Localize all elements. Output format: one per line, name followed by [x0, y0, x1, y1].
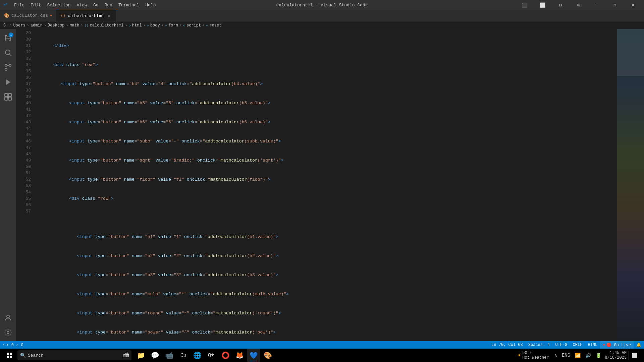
- taskbar-search-bar[interactable]: 🔍 Search 🏙: [17, 350, 131, 360]
- code-line-37: <div class="row">: [36, 195, 617, 202]
- menu-run[interactable]: Run: [102, 2, 115, 8]
- code-line-31: <input type="button" name="b4" value="4"…: [36, 81, 617, 87]
- breadcrumb-reset[interactable]: reset: [209, 23, 221, 28]
- taskbar-app-opera[interactable]: ⭕: [219, 349, 232, 362]
- tab-html-label: calculatorhtml: [68, 13, 104, 18]
- taskbar-language-indicator[interactable]: ENG: [560, 351, 572, 359]
- svg-rect-1: [6, 38, 10, 39]
- taskbar-apps: 📁 💬 📹 🗂 🌐 🛍 ⭕ 🦊 💙 🎨: [134, 349, 274, 362]
- taskbar-chevron-icon[interactable]: ∧: [553, 351, 558, 360]
- code-line-33: <input type="button" name="b6" value="6"…: [36, 119, 617, 125]
- status-eol[interactable]: CRLF: [570, 341, 585, 349]
- paint-icon: 🎨: [264, 351, 272, 360]
- activity-account[interactable]: [2, 312, 14, 324]
- weather-icon: ☀: [517, 352, 521, 359]
- code-content[interactable]: </div> <div class="row"> <input type="bu…: [36, 29, 617, 341]
- code-container[interactable]: 29 30 31 32 33 34 35 36 37 38 39 40 41 4…: [16, 29, 617, 341]
- code-line-44: <input type="button" name="power" value=…: [36, 329, 617, 336]
- breadcrumb-body[interactable]: body: [150, 23, 160, 28]
- status-language[interactable]: HTML: [585, 341, 600, 349]
- code-line-34: <input type="button" name="subb" value="…: [36, 138, 617, 144]
- close-button[interactable]: ✕: [625, 0, 641, 10]
- editor-area[interactable]: 29 30 31 32 33 34 35 36 37 38 39 40 41 4…: [16, 29, 644, 341]
- taskbar-right: ☀ 90°F Hot weather ∧ ENG 📶 🔊 🔋 1:45 AM 8…: [515, 351, 641, 360]
- status-errors: ⚡ 0 ⚠ 0: [6, 343, 23, 348]
- vscode-logo-icon: [3, 2, 9, 8]
- tab-css-label: calculator.css: [11, 13, 48, 18]
- svg-line-3: [9, 54, 11, 56]
- weather-widget[interactable]: ☀ 90°F Hot weather: [515, 351, 551, 360]
- firefox-icon: 🦊: [235, 351, 244, 360]
- wifi-icon[interactable]: 📶: [574, 351, 582, 360]
- file-explorer-icon: 📁: [137, 351, 145, 360]
- video-icon: 📹: [165, 351, 173, 360]
- tab-css[interactable]: 🎨 calculator.css ●: [0, 10, 56, 21]
- status-position-text: Ln 70, Col 63: [491, 343, 523, 347]
- status-bar-left: ⚡ ⚡ 0 ⚠ 0: [0, 341, 26, 349]
- weather-desc: Hot weather: [522, 355, 549, 360]
- minimize-button[interactable]: —: [589, 0, 604, 10]
- menu-help[interactable]: Help: [143, 2, 158, 8]
- taskbar-app-edge[interactable]: 🌐: [191, 349, 204, 362]
- battery-icon[interactable]: 🔋: [594, 351, 603, 360]
- code-line-30: <div class="row">: [36, 62, 617, 68]
- activity-run-debug[interactable]: [2, 76, 14, 88]
- activity-source-control[interactable]: [2, 61, 14, 73]
- breadcrumb-html[interactable]: html: [132, 23, 142, 28]
- menu-selection[interactable]: Selection: [44, 2, 73, 8]
- tab-html-close[interactable]: ✕: [106, 13, 112, 18]
- menu-go[interactable]: Go: [91, 2, 101, 8]
- volume-icon[interactable]: 🔊: [584, 351, 592, 360]
- breadcrumb-script[interactable]: script: [186, 23, 201, 28]
- menu-edit[interactable]: Edit: [28, 2, 44, 8]
- tab-html[interactable]: ⟨⟩ calculatorhtml ✕: [56, 10, 116, 21]
- minimap-highlight: [617, 29, 644, 76]
- windows-start-button[interactable]: [3, 349, 16, 362]
- menu-view[interactable]: View: [74, 2, 90, 8]
- customize-layout-button[interactable]: ⊞: [571, 0, 586, 10]
- taskbar-app-store[interactable]: 🛍: [205, 349, 218, 362]
- status-encoding[interactable]: UTF-8: [553, 341, 570, 349]
- main-area: 1 29 30 31: [0, 29, 644, 341]
- css-file-icon: 🎨: [4, 13, 9, 18]
- status-go-live[interactable]: ● 🔴 Go Live: [600, 341, 634, 349]
- breadcrumb-math[interactable]: math: [70, 23, 79, 28]
- status-position[interactable]: Ln 70, Col 63: [489, 341, 526, 349]
- activity-settings[interactable]: [2, 326, 14, 339]
- taskbar-app-vscode[interactable]: 💙: [247, 349, 260, 362]
- taskbar-app-paint[interactable]: 🎨: [261, 349, 274, 362]
- breadcrumb-users[interactable]: Users: [13, 23, 25, 28]
- code-line-40: <input type="button" name="b2" value="2"…: [36, 253, 617, 259]
- breadcrumb-admin[interactable]: admin: [31, 23, 43, 28]
- menu-terminal[interactable]: Terminal: [116, 2, 142, 8]
- breadcrumb-c[interactable]: C:: [3, 23, 8, 28]
- editor-layout-button[interactable]: ⊟: [553, 0, 568, 10]
- breadcrumb-desktop[interactable]: Desktop: [48, 23, 64, 28]
- restore-button[interactable]: ❐: [607, 0, 623, 10]
- svg-rect-10: [5, 94, 8, 97]
- toggle-panel-button[interactable]: ⬜: [535, 0, 550, 10]
- clock-time: 1:45 AM: [610, 351, 627, 355]
- activity-explorer[interactable]: 1: [2, 32, 14, 44]
- status-eol-text: CRLF: [573, 343, 583, 347]
- status-branch[interactable]: ⚡ ⚡ 0 ⚠ 0: [0, 341, 26, 349]
- taskbar-app-firefox[interactable]: 🦊: [233, 349, 246, 362]
- go-live-icon: ●: [603, 343, 605, 347]
- status-bar-right: Ln 70, Col 63 Spaces: 4 UTF-8 CRLF HTML …: [489, 341, 644, 349]
- breadcrumb-file[interactable]: calculatorhtml: [90, 23, 124, 28]
- split-editor-button[interactable]: ⬛: [517, 0, 532, 10]
- status-notifications[interactable]: 🔔: [634, 341, 644, 349]
- breadcrumb-form[interactable]: form: [168, 23, 178, 28]
- svg-point-6: [5, 68, 7, 70]
- menu-file[interactable]: File: [11, 2, 27, 8]
- taskbar-app-video[interactable]: 📹: [162, 349, 176, 362]
- activity-extensions[interactable]: [2, 91, 14, 103]
- taskbar-app-file-explorer[interactable]: 📁: [134, 349, 148, 362]
- status-spaces[interactable]: Spaces: 4: [526, 341, 553, 349]
- activity-search[interactable]: [2, 47, 14, 59]
- system-clock[interactable]: 1:45 AM 8/16/2023: [605, 351, 627, 360]
- show-desktop-button[interactable]: ⬜: [629, 351, 639, 360]
- code-line-42: <input type="button" name="mulb" value="…: [36, 291, 617, 297]
- taskbar-app-discord[interactable]: 💬: [148, 349, 162, 362]
- taskbar-app-folder[interactable]: 🗂: [176, 349, 190, 362]
